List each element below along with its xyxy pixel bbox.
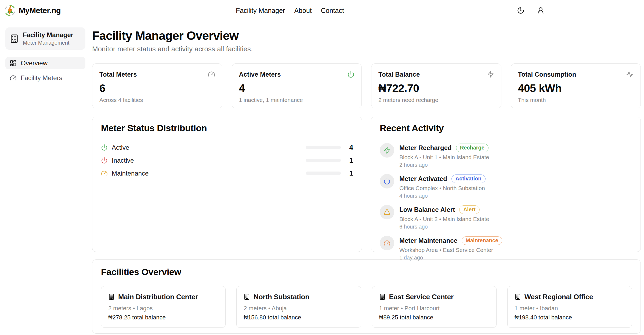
activity-badge: Alert — [459, 205, 480, 214]
main-nav: Facility Manager About Contact — [236, 0, 344, 21]
facilities-title: Facilities Overview — [101, 267, 632, 277]
stat-card-total-meters: Total Meters 6 Across 4 facilities — [92, 63, 222, 108]
stat-card-total-balance: Total Balance ₦722.70 2 meters need rech… — [371, 63, 501, 108]
activity-icon-circle — [380, 143, 394, 158]
activity-timestamp: 1 day ago — [399, 255, 502, 261]
stat-value: 4 — [239, 82, 355, 95]
stat-label: Total Consumption — [518, 71, 576, 78]
gauge-icon — [10, 74, 17, 81]
activity-description: Workshop Area • East Service Center — [399, 247, 502, 253]
sidebar-nav: Overview Facility Meters — [5, 57, 85, 84]
sidebar-item-overview[interactable]: Overview — [5, 57, 85, 69]
facility-name: North Substation — [254, 293, 309, 301]
activity-title: Meter Recharged — [399, 144, 452, 152]
stat-card-active-meters: Active Meters 4 1 inactive, 1 maintenanc… — [232, 63, 362, 108]
activity-item: Meter Activated Activation Office Comple… — [380, 174, 632, 199]
activity-badge: Recharge — [456, 144, 489, 152]
sidebar-role-card[interactable]: Facility Manager Meter Management — [5, 27, 85, 50]
dashboard-icon — [10, 60, 17, 67]
activity-title: Meter Activated — [399, 175, 447, 183]
facility-meta: 2 meters • Abuja — [244, 305, 354, 312]
progress-bar — [306, 146, 341, 149]
stat-value: 405 kWh — [518, 82, 634, 95]
sidebar-role-subtitle: Meter Management — [23, 40, 73, 46]
activity-icon — [626, 71, 634, 78]
distribution-label: Maintenance — [112, 170, 149, 177]
facility-meta: 2 meters • Lagos — [108, 305, 218, 312]
moon-icon — [517, 7, 524, 14]
stat-card-total-consumption: Total Consumption 405 kWh This month — [511, 63, 641, 108]
recent-activity-panel: Recent Activity Meter Recharged Recharge… — [371, 117, 641, 252]
stat-note: Across 4 facilities — [99, 97, 215, 103]
facility-card-north-substation: North Substation 2 meters • Abuja ₦156.8… — [236, 286, 361, 328]
stat-label: Total Balance — [378, 71, 420, 78]
brand-logo-link[interactable]: MyMeter.ng — [4, 5, 61, 16]
activity-badge: Activation — [451, 174, 486, 183]
stat-value: 6 — [99, 82, 215, 95]
activity-list: Meter Recharged Recharge Block A - Unit … — [380, 143, 632, 261]
power-icon — [347, 71, 354, 78]
distribution-value: 4 — [345, 143, 353, 152]
progress-bar — [306, 172, 341, 175]
facility-card-main-distribution-center: Main Distribution Center 2 meters • Lago… — [101, 286, 226, 328]
nav-link-about[interactable]: About — [294, 7, 312, 15]
progress-bar — [306, 159, 341, 162]
account-button[interactable] — [537, 7, 544, 14]
stat-value: ₦722.70 — [378, 82, 494, 95]
dark-mode-toggle[interactable] — [517, 7, 524, 14]
activity-item: Meter Maintenance Maintenance Workshop A… — [380, 236, 632, 261]
gauge-icon — [383, 240, 390, 247]
mymeter-logo-icon — [4, 5, 16, 16]
sidebar-role-title: Facility Manager — [23, 31, 73, 39]
building-icon — [379, 294, 386, 300]
stat-note: This month — [518, 97, 634, 103]
distribution-label: Active — [112, 144, 129, 151]
app-root: MyMeter.ng Facility Manager About Contac… — [0, 0, 644, 335]
building-icon — [244, 294, 250, 300]
facility-meta: 1 meter • Port Harcourt — [379, 305, 489, 312]
top-navbar: MyMeter.ng Facility Manager About Contac… — [0, 0, 644, 21]
power-icon — [101, 157, 108, 164]
activity-title: Low Balance Alert — [399, 206, 455, 213]
activity-icon-circle — [380, 174, 394, 188]
facility-card-west-regional-office: West Regional Office 1 meter • Ibadan ₦1… — [507, 286, 632, 328]
stats-row: Total Meters 6 Across 4 facilities Activ… — [92, 63, 641, 108]
building-icon — [515, 294, 521, 300]
activity-icon-circle — [380, 236, 394, 250]
stat-label: Total Meters — [99, 71, 137, 78]
header-actions — [517, 0, 544, 21]
middle-row: Meter Status Distribution Active 4 Inact… — [92, 117, 641, 252]
facility-meta: 1 meter • Ibadan — [515, 305, 625, 312]
activity-item: Low Balance Alert Alert Block A - Unit 2… — [380, 205, 632, 230]
distribution-row-maintenance: Maintenance 1 — [101, 168, 353, 179]
facility-balance: ₦156.80 total balance — [244, 314, 354, 321]
sidebar-item-label: Overview — [21, 59, 48, 67]
meter-status-distribution-panel: Meter Status Distribution Active 4 Inact… — [92, 117, 362, 252]
facilities-overview-panel: Facilities Overview Main Distribution Ce… — [92, 259, 641, 334]
sidebar-item-label: Facility Meters — [21, 74, 62, 82]
distribution-title: Meter Status Distribution — [101, 123, 353, 133]
user-icon — [537, 7, 544, 14]
activity-description: Office Complex • North Substation — [399, 185, 486, 191]
nav-link-facility-manager[interactable]: Facility Manager — [236, 7, 285, 15]
sidebar-item-facility-meters[interactable]: Facility Meters — [5, 72, 85, 84]
zap-icon — [487, 71, 494, 78]
distribution-row-active: Active 4 — [101, 142, 353, 153]
brand-name: MyMeter.ng — [19, 6, 61, 15]
building-icon — [108, 294, 115, 300]
activity-timestamp: 2 hours ago — [399, 162, 489, 168]
gauge-icon — [208, 71, 215, 78]
building-icon — [10, 34, 19, 43]
activity-item: Meter Recharged Recharge Block A - Unit … — [380, 143, 632, 168]
nav-link-contact[interactable]: Contact — [321, 7, 344, 15]
alert-triangle-icon — [383, 209, 390, 216]
distribution-value: 1 — [345, 169, 353, 177]
facility-card-east-service-center: East Service Center 1 meter • Port Harco… — [372, 286, 497, 328]
stat-label: Active Meters — [239, 71, 281, 78]
sidebar: Facility Manager Meter Management Overvi… — [0, 21, 91, 335]
page-subtitle: Monitor meter status and activity across… — [92, 45, 641, 53]
facility-balance: ₦198.40 total balance — [515, 314, 625, 321]
facility-balance: ₦89.25 total balance — [379, 314, 489, 321]
power-icon — [101, 144, 108, 151]
facility-name: East Service Center — [389, 293, 454, 301]
